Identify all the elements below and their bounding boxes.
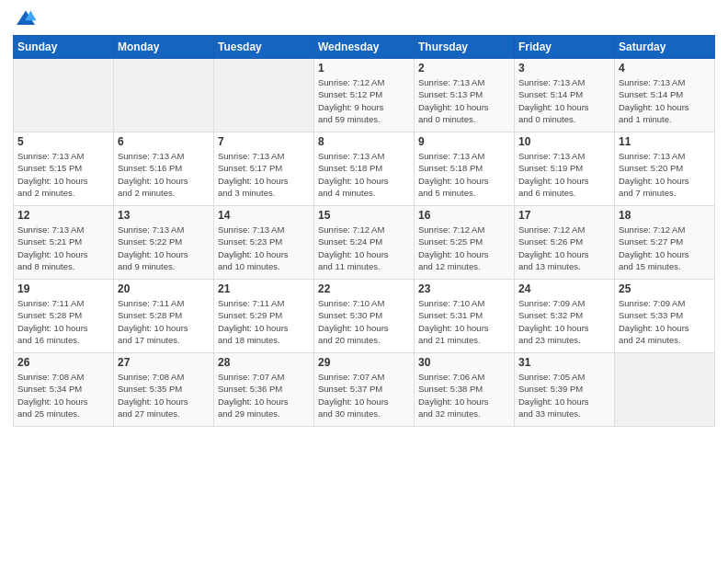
day-info: Sunrise: 7:12 AM Sunset: 5:27 PM Dayligh… [619,224,711,272]
day-info: Sunrise: 7:13 AM Sunset: 5:14 PM Dayligh… [619,76,711,125]
calendar-header-row: SundayMondayTuesdayWednesdayThursdayFrid… [14,36,715,59]
day-number: 15 [318,209,410,222]
day-number: 28 [218,356,310,369]
day-number: 22 [318,282,410,295]
day-number: 14 [218,209,310,222]
day-number: 11 [619,135,711,148]
day-info: Sunrise: 7:13 AM Sunset: 5:18 PM Dayligh… [318,150,410,199]
calendar-cell: 8Sunrise: 7:13 AM Sunset: 5:18 PM Daylig… [314,132,415,206]
calendar-cell: 2Sunrise: 7:13 AM Sunset: 5:13 PM Daylig… [415,59,515,132]
day-number: 12 [17,209,109,222]
day-number: 13 [118,209,210,222]
calendar-cell: 12Sunrise: 7:13 AM Sunset: 5:21 PM Dayli… [14,206,114,280]
calendar-cell: 25Sunrise: 7:09 AM Sunset: 5:33 PM Dayli… [615,280,715,353]
day-number: 23 [418,282,510,295]
calendar-week-row: 19Sunrise: 7:11 AM Sunset: 5:28 PM Dayli… [14,280,715,353]
day-number: 27 [118,356,210,369]
day-number: 19 [17,282,109,295]
calendar-cell: 24Sunrise: 7:09 AM Sunset: 5:32 PM Dayli… [515,280,615,353]
day-number: 8 [318,135,410,148]
day-info: Sunrise: 7:07 AM Sunset: 5:36 PM Dayligh… [218,371,310,419]
calendar-cell: 4Sunrise: 7:13 AM Sunset: 5:14 PM Daylig… [615,59,715,132]
day-number: 30 [418,356,510,369]
day-info: Sunrise: 7:12 AM Sunset: 5:25 PM Dayligh… [418,224,510,272]
calendar-cell: 21Sunrise: 7:11 AM Sunset: 5:29 PM Dayli… [214,280,314,353]
day-info: Sunrise: 7:13 AM Sunset: 5:17 PM Dayligh… [218,150,310,199]
calendar-cell [615,353,715,427]
day-number: 26 [17,356,109,369]
day-info: Sunrise: 7:12 AM Sunset: 5:26 PM Dayligh… [518,224,610,272]
day-info: Sunrise: 7:13 AM Sunset: 5:15 PM Dayligh… [17,150,109,199]
day-info: Sunrise: 7:09 AM Sunset: 5:33 PM Dayligh… [619,297,711,346]
calendar-cell: 19Sunrise: 7:11 AM Sunset: 5:28 PM Dayli… [14,280,114,353]
day-info: Sunrise: 7:13 AM Sunset: 5:20 PM Dayligh… [619,150,711,199]
day-number: 21 [218,282,310,295]
day-info: Sunrise: 7:13 AM Sunset: 5:21 PM Dayligh… [17,224,109,272]
day-number: 10 [518,135,610,148]
weekday-header: Monday [114,36,214,59]
calendar-cell: 18Sunrise: 7:12 AM Sunset: 5:27 PM Dayli… [615,206,715,280]
weekday-header: Saturday [615,36,715,59]
calendar-cell: 28Sunrise: 7:07 AM Sunset: 5:36 PM Dayli… [214,353,314,427]
day-number: 31 [518,356,610,369]
day-number: 20 [118,282,210,295]
calendar-cell: 22Sunrise: 7:10 AM Sunset: 5:30 PM Dayli… [314,280,415,353]
calendar-cell: 5Sunrise: 7:13 AM Sunset: 5:15 PM Daylig… [14,132,114,206]
calendar-cell: 17Sunrise: 7:12 AM Sunset: 5:26 PM Dayli… [515,206,615,280]
calendar-week-row: 26Sunrise: 7:08 AM Sunset: 5:34 PM Dayli… [14,353,715,427]
day-info: Sunrise: 7:13 AM Sunset: 5:18 PM Dayligh… [418,150,510,199]
calendar-cell: 16Sunrise: 7:12 AM Sunset: 5:25 PM Dayli… [415,206,515,280]
calendar-cell: 15Sunrise: 7:12 AM Sunset: 5:24 PM Dayli… [314,206,415,280]
day-number: 7 [218,135,310,148]
day-info: Sunrise: 7:12 AM Sunset: 5:24 PM Dayligh… [318,224,410,272]
calendar-cell [114,59,214,132]
calendar-cell: 26Sunrise: 7:08 AM Sunset: 5:34 PM Dayli… [14,353,114,427]
weekday-header: Sunday [14,36,114,59]
day-info: Sunrise: 7:12 AM Sunset: 5:12 PM Dayligh… [318,76,410,125]
calendar-cell: 6Sunrise: 7:13 AM Sunset: 5:16 PM Daylig… [114,132,214,206]
day-info: Sunrise: 7:09 AM Sunset: 5:32 PM Dayligh… [518,297,610,346]
day-info: Sunrise: 7:11 AM Sunset: 5:28 PM Dayligh… [17,297,109,346]
day-info: Sunrise: 7:05 AM Sunset: 5:39 PM Dayligh… [518,371,610,419]
day-number: 17 [518,209,610,222]
day-number: 9 [418,135,510,148]
day-number: 2 [418,62,510,75]
calendar-cell: 9Sunrise: 7:13 AM Sunset: 5:18 PM Daylig… [415,132,515,206]
header [13,9,715,28]
day-info: Sunrise: 7:07 AM Sunset: 5:37 PM Dayligh… [318,371,410,419]
day-number: 25 [619,282,711,295]
day-info: Sunrise: 7:11 AM Sunset: 5:28 PM Dayligh… [118,297,210,346]
calendar-cell: 20Sunrise: 7:11 AM Sunset: 5:28 PM Dayli… [114,280,214,353]
calendar-week-row: 1Sunrise: 7:12 AM Sunset: 5:12 PM Daylig… [14,59,715,132]
calendar-cell: 1Sunrise: 7:12 AM Sunset: 5:12 PM Daylig… [314,59,415,132]
day-info: Sunrise: 7:13 AM Sunset: 5:23 PM Dayligh… [218,224,310,272]
page-container: SundayMondayTuesdayWednesdayThursdayFrid… [0,0,728,436]
day-info: Sunrise: 7:13 AM Sunset: 5:19 PM Dayligh… [518,150,610,199]
day-number: 5 [17,135,109,148]
calendar-cell: 13Sunrise: 7:13 AM Sunset: 5:22 PM Dayli… [114,206,214,280]
calendar-cell [214,59,314,132]
day-info: Sunrise: 7:10 AM Sunset: 5:31 PM Dayligh… [418,297,510,346]
day-number: 1 [318,62,410,75]
weekday-header: Wednesday [314,36,415,59]
calendar-cell [14,59,114,132]
day-info: Sunrise: 7:08 AM Sunset: 5:35 PM Dayligh… [118,371,210,419]
day-info: Sunrise: 7:08 AM Sunset: 5:34 PM Dayligh… [17,371,109,419]
day-info: Sunrise: 7:10 AM Sunset: 5:30 PM Dayligh… [318,297,410,346]
day-info: Sunrise: 7:13 AM Sunset: 5:22 PM Dayligh… [118,224,210,272]
day-number: 3 [518,62,610,75]
day-info: Sunrise: 7:13 AM Sunset: 5:13 PM Dayligh… [418,76,510,125]
day-number: 24 [518,282,610,295]
day-number: 29 [318,356,410,369]
day-number: 6 [118,135,210,148]
day-info: Sunrise: 7:11 AM Sunset: 5:29 PM Dayligh… [218,297,310,346]
calendar-week-row: 12Sunrise: 7:13 AM Sunset: 5:21 PM Dayli… [14,206,715,280]
day-info: Sunrise: 7:13 AM Sunset: 5:16 PM Dayligh… [118,150,210,199]
day-number: 18 [619,209,711,222]
day-number: 16 [418,209,510,222]
calendar-cell: 11Sunrise: 7:13 AM Sunset: 5:20 PM Dayli… [615,132,715,206]
weekday-header: Tuesday [214,36,314,59]
calendar-cell: 14Sunrise: 7:13 AM Sunset: 5:23 PM Dayli… [214,206,314,280]
day-info: Sunrise: 7:06 AM Sunset: 5:38 PM Dayligh… [418,371,510,419]
calendar-week-row: 5Sunrise: 7:13 AM Sunset: 5:15 PM Daylig… [14,132,715,206]
